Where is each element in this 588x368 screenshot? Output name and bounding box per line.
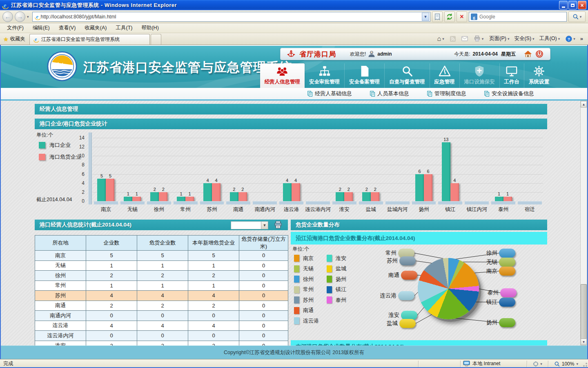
bar[interactable] xyxy=(185,197,194,201)
scrollbar-thumb[interactable] xyxy=(581,284,587,339)
bar[interactable] xyxy=(362,192,371,201)
address-dropdown[interactable]: ▼ xyxy=(422,13,429,21)
bar-group: 55南京 xyxy=(93,132,119,213)
table-cell: 5 xyxy=(188,251,239,261)
subnav-item[interactable]: 管理制度信息 xyxy=(418,90,475,97)
bar[interactable] xyxy=(159,192,167,201)
nav-tab[interactable]: 安全备案管理 xyxy=(344,63,384,88)
new-tab-button[interactable] xyxy=(151,34,161,45)
print-button[interactable]: ▾ xyxy=(471,34,486,43)
report-type-select[interactable]: ▼ xyxy=(231,221,268,229)
table-print-button[interactable] xyxy=(273,220,283,230)
table-row[interactable]: 南京5550 xyxy=(35,251,288,261)
bar[interactable] xyxy=(238,192,247,201)
bar[interactable] xyxy=(503,197,512,201)
bar[interactable] xyxy=(283,183,292,201)
bar[interactable] xyxy=(336,192,344,201)
protected-mode-button[interactable]: ▾ xyxy=(530,361,546,367)
table-row[interactable]: 连云港4440 xyxy=(35,321,288,331)
bar[interactable] xyxy=(97,179,106,201)
bar[interactable] xyxy=(132,197,141,201)
nav-tab[interactable]: 自查与督查管理 xyxy=(384,63,430,88)
table-row[interactable]: 连云港内河0000 xyxy=(35,331,288,341)
nav-tab[interactable]: 港口设施保安 xyxy=(459,63,499,88)
address-input[interactable] xyxy=(41,14,422,20)
table-row[interactable]: 淮安2220 xyxy=(35,341,288,346)
logout-icon[interactable] xyxy=(535,50,543,58)
menu-item[interactable]: 帮助(H) xyxy=(137,23,163,33)
bar[interactable] xyxy=(212,183,220,201)
magnifier-icon xyxy=(401,65,413,77)
search-options-dropdown[interactable]: ▾ xyxy=(580,15,582,19)
toolbar-button[interactable]: 页面(P)▾ xyxy=(487,34,512,43)
nav-tab[interactable]: 应急管理 xyxy=(430,63,459,88)
maximize-button[interactable] xyxy=(568,1,577,9)
forward-button[interactable]: → xyxy=(15,11,25,22)
user-avatar-icon xyxy=(368,50,376,58)
toolbar-button[interactable]: 安全(S)▾ xyxy=(512,34,537,43)
favorites-button[interactable]: ★ 收藏夹 xyxy=(0,34,29,45)
home-button[interactable]: ⌂▾ xyxy=(435,34,447,43)
search-input[interactable] xyxy=(479,14,565,20)
menu-item[interactable]: 工具(T) xyxy=(111,23,137,33)
history-dropdown[interactable]: ▾ xyxy=(27,15,29,19)
subnav-item[interactable]: 经营人基础信息 xyxy=(298,90,361,97)
search-box[interactable]: g xyxy=(469,12,567,22)
minimize-button[interactable] xyxy=(559,1,568,9)
toolbar-overflow-chevron[interactable]: » xyxy=(579,36,585,42)
bar[interactable] xyxy=(177,197,185,201)
subnav-item[interactable]: 安全设施设备信息 xyxy=(475,90,543,97)
menu-item[interactable]: 编辑(E) xyxy=(28,23,54,33)
bar[interactable] xyxy=(344,192,353,201)
feeds-button[interactable] xyxy=(448,35,458,43)
bar[interactable] xyxy=(371,192,379,201)
nav-tab[interactable]: 经营人信息管理 xyxy=(260,63,305,88)
select-arrow-icon[interactable]: ▼ xyxy=(261,222,268,229)
protected-mode-dropdown[interactable]: ▾ xyxy=(540,362,542,366)
compatibility-view-button[interactable] xyxy=(432,11,443,22)
bar[interactable] xyxy=(415,174,424,201)
bar[interactable] xyxy=(150,192,159,201)
stop-button[interactable]: × xyxy=(457,11,467,22)
scroll-up-button[interactable]: ▲ xyxy=(581,101,587,108)
bar[interactable] xyxy=(106,179,114,201)
resize-grip[interactable] xyxy=(581,360,588,368)
table-row[interactable]: 无锡1110 xyxy=(35,260,288,271)
bar[interactable] xyxy=(442,142,450,201)
scroll-down-button[interactable]: ▼ xyxy=(581,339,587,345)
menu-item[interactable]: 收藏夹(A) xyxy=(80,23,111,33)
zoom-dropdown[interactable]: ▾ xyxy=(576,362,578,366)
menu-item[interactable]: 查看(V) xyxy=(54,23,80,33)
home-shortcut-icon[interactable] xyxy=(524,50,532,58)
nav-tab[interactable]: 系统设置 xyxy=(524,63,554,88)
help-button[interactable]: ? ▾ xyxy=(563,34,578,43)
bar[interactable] xyxy=(203,183,212,201)
menu-item[interactable]: 文件(F) xyxy=(2,23,28,33)
mail-button[interactable] xyxy=(459,35,470,43)
subnav-item[interactable]: 人员基本信息 xyxy=(361,90,418,97)
bar[interactable] xyxy=(450,183,459,201)
bar[interactable] xyxy=(230,192,238,201)
refresh-button[interactable] xyxy=(444,11,455,22)
bar[interactable] xyxy=(424,174,432,201)
toolbar-button[interactable]: 工具(O)▾ xyxy=(537,34,563,43)
table-cell: 2 xyxy=(86,301,137,311)
nav-tab[interactable]: 安全审批管理 xyxy=(305,63,344,88)
browser-tab[interactable]: e 江苏省港口安全监管与应急管理系统 xyxy=(29,34,150,45)
content-scrollbar[interactable]: ▲ ▼ xyxy=(580,101,587,346)
bar[interactable] xyxy=(124,197,132,201)
nav-tab[interactable]: 工作台 xyxy=(499,63,524,88)
back-button[interactable]: ← xyxy=(2,11,13,22)
table-row[interactable]: 苏州4440 xyxy=(35,291,288,301)
bar[interactable] xyxy=(292,183,300,201)
address-bar[interactable]: e ▼ xyxy=(32,12,430,22)
search-button[interactable]: ▾ xyxy=(568,11,586,22)
table-row[interactable]: 徐州2220 xyxy=(35,271,288,281)
table-row[interactable]: 南通内河0000 xyxy=(35,311,288,321)
sub-nav: 经营人基础信息人员基本信息管理制度信息安全设施设备信息 xyxy=(1,88,587,99)
table-row[interactable]: 常州1110 xyxy=(35,280,288,291)
bar[interactable] xyxy=(495,197,503,201)
zoom-control[interactable]: 100% ▾ xyxy=(551,361,581,367)
close-button[interactable]: × xyxy=(578,1,586,9)
table-row[interactable]: 南通2220 xyxy=(35,301,288,311)
